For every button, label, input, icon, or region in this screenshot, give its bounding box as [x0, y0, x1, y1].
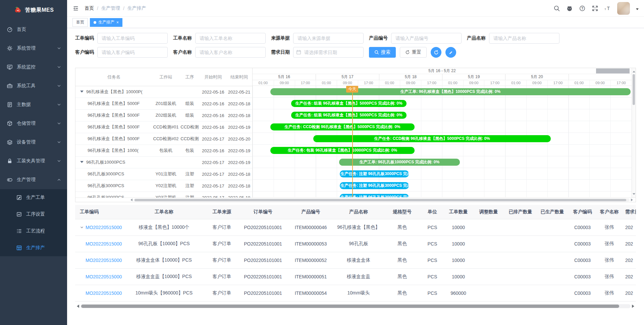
gantt-bar[interactable]: 生产任务: CCD检测 96孔移液盒【黑色】5000PCS 完成比例: 0%: [313, 135, 551, 142]
sidebar-item-系统管理[interactable]: 系统管理: [0, 39, 67, 58]
search-button[interactable]: 搜索: [369, 47, 396, 58]
scrollbar-track[interactable]: [134, 199, 630, 202]
scrollbar-thumb[interactable]: [81, 305, 619, 308]
hamburger-icon[interactable]: [72, 5, 79, 12]
refresh-circle-button[interactable]: [431, 47, 441, 58]
scrollbar-thumb[interactable]: [135, 199, 626, 201]
sidebar-item-生产工单[interactable]: 生产工单: [0, 189, 67, 206]
task-name: 96孔孔板3000PCS: [75, 183, 153, 189]
task-name: 96孔孔板3000PCS: [75, 195, 153, 198]
work-order-link[interactable]: MO202205150003: [86, 258, 122, 263]
scroll-up-arrow[interactable]: [633, 69, 635, 72]
task-name-label: 96孔移液盒【黑色】5000F: [88, 112, 140, 118]
gantt-bar[interactable]: 生产工单: 96孔孔板10000PCS 完成比例: 0%: [339, 159, 460, 166]
table-cell: 10000: [444, 268, 473, 285]
gantt-task-row[interactable]: 96孔孔板3000PCSY01注塑机注塑2022-05-172022-05-18: [75, 168, 252, 180]
scroll-left-arrow[interactable]: [75, 305, 79, 308]
chevron-up-icon: [57, 178, 61, 182]
table-row: MO202205150003移液盒盒体【10000】PCS客户订单PO20220…: [75, 252, 636, 268]
scroll-down-arrow[interactable]: [633, 193, 635, 196]
sidebar-item-设备管理[interactable]: 设备管理: [0, 133, 67, 152]
sidebar-item-生产排产[interactable]: 生产排产: [0, 239, 67, 256]
gantt-bar[interactable]: 生产工单: 96孔移液盒【黑色】10000PCS 完成比例: 0%: [270, 88, 631, 95]
collapse-caret-icon[interactable]: [80, 161, 84, 165]
gantt-task-row[interactable]: 96孔移液盒【黑色】5000FZ01组装机组装2022-05-162022-05…: [75, 98, 252, 110]
close-icon[interactable]: ×: [116, 20, 119, 24]
gantt-task-row[interactable]: 96孔移液盒【黑色】5000FCCD检测#02CCD检测2022-05-1720…: [75, 133, 252, 145]
sidebar-item-主数据[interactable]: 主数据: [0, 95, 67, 114]
客户编码-input[interactable]: [97, 47, 168, 58]
gantt-bar[interactable]: 生产任务: 包装 96孔移液盒【黑色】10000PCS 完成比例: 0%: [270, 147, 414, 154]
edit-circle-button[interactable]: [445, 47, 456, 58]
work-order-link[interactable]: MO202205150004: [86, 274, 122, 279]
gantt-task-row[interactable]: 96孔移液盒【黑色】5000FZ02组装机组装2022-05-162022-05…: [75, 110, 252, 121]
tab-首页[interactable]: 首页: [72, 18, 88, 27]
sidebar-item-系统工具[interactable]: 系统工具: [0, 76, 67, 95]
来源单据-input[interactable]: [293, 33, 364, 44]
sidebar-item-工装夹具管理[interactable]: 工装夹具管理: [0, 152, 67, 170]
work-order-link[interactable]: MO202205150001: [86, 225, 122, 230]
table-cell: 10000: [444, 235, 473, 252]
chevron-down-icon[interactable]: [636, 8, 639, 11]
work-order-link[interactable]: MO202205150005: [86, 290, 122, 296]
工单名称-input[interactable]: [195, 33, 266, 44]
breadcrumb-home[interactable]: 首页: [85, 5, 94, 11]
github-icon[interactable]: [566, 5, 573, 12]
gantt-table-rows: 96孔移液盒【黑色】10000P(2022-05-162022-05-2196孔…: [75, 86, 252, 198]
gantt-task-row[interactable]: 96孔移液盒【黑色】10000P(2022-05-162022-05-21: [75, 86, 252, 98]
scrollbar-thumb[interactable]: [633, 74, 635, 105]
gantt-chart-row: 生产任务: 包装 96孔移液盒【黑色】10000PCS 完成比例: 0%: [253, 145, 632, 156]
gantt-task-row[interactable]: 96孔孔板3000PCSY03注塑机注塑2022-05-172022-05-18: [75, 192, 252, 198]
sidebar-item-仓储管理[interactable]: 仓储管理: [0, 114, 67, 133]
scroll-right-arrow[interactable]: [632, 305, 636, 308]
timeline-slider[interactable]: [596, 68, 630, 73]
sidebar-item-label: 系统管理: [17, 45, 57, 51]
gantt-task-row[interactable]: 96孔孔板10000PCS2022-05-172022-05-19: [75, 157, 252, 168]
gantt-bar[interactable]: 生产任务: CCD检测 96孔移液盒【黑色】5000PCS 完成比例: 0%: [270, 123, 414, 130]
gantt-task-row[interactable]: 96孔移液盒【黑色】5000FCCD检测#01CCD检测2022-05-1620…: [75, 121, 252, 133]
avatar[interactable]: [617, 2, 630, 15]
table-cell: MO202205150005: [75, 285, 122, 301]
timeline-days-row: 5月 165月 175月 185月 195月 20: [253, 74, 632, 80]
sidebar-item-label: 工艺流程: [26, 228, 61, 234]
collapse-caret-icon[interactable]: [80, 91, 84, 94]
table-cell: 客户订单: [206, 285, 238, 301]
gantt-vertical-scrollbar[interactable]: [632, 68, 636, 198]
gantt-task-row[interactable]: 96孔移液盒【黑色】1000(包装机包装2022-05-162022-05-19: [75, 145, 252, 157]
sidebar-item-工序设置[interactable]: 工序设置: [0, 206, 67, 223]
table-cell: PO202205101001: [238, 285, 288, 301]
gantt-bar[interactable]: 生产任务: 注塑 96孔孔板3000PCS 完成比例: 0%: [340, 170, 409, 177]
search-icon[interactable]: [553, 5, 560, 12]
table-cell: [504, 235, 536, 252]
sidebar-item-系统监控[interactable]: 系统监控: [0, 58, 67, 76]
产品编号-input[interactable]: [391, 33, 462, 44]
chevron-down-icon[interactable]: [80, 225, 84, 229]
gantt-horizontal-scrollbar[interactable]: [75, 198, 636, 202]
table-horizontal-scrollbar[interactable]: [75, 304, 636, 309]
day-label: 5月 16: [253, 74, 316, 80]
work-order-link[interactable]: MO202205150002: [86, 241, 122, 247]
gantt-bar[interactable]: 生产任务: 组装 96孔移液盒【黑色】5000PCS 完成比例: 0%: [291, 100, 407, 107]
hour-label: 01:00: [442, 80, 463, 86]
sidebar-item-首页[interactable]: 首页: [0, 20, 67, 39]
scroll-right-arrow[interactable]: [631, 199, 634, 201]
工单编码-input[interactable]: [97, 33, 168, 44]
scrollbar-track[interactable]: [80, 304, 631, 308]
gantt-task-row[interactable]: 96孔孔板3000PCSY02注塑机注塑2022-05-172022-05-18: [75, 180, 252, 192]
tab-生产排产[interactable]: 生产排产×: [90, 18, 122, 27]
客户名称-input[interactable]: [195, 47, 266, 58]
fullscreen-icon[interactable]: [592, 5, 598, 12]
reset-button[interactable]: 重置: [400, 47, 427, 58]
gantt-bar[interactable]: 生产任务: 注塑 96孔孔板3000PCS 完成比例: 0%: [340, 194, 409, 197]
help-icon[interactable]: ?: [579, 5, 586, 12]
demand-date-input[interactable]: [293, 47, 364, 58]
产品名称-input[interactable]: [489, 33, 559, 44]
sidebar-item-生产管理[interactable]: 生产管理: [0, 170, 67, 189]
gantt-bar[interactable]: 生产任务: 注塑 96孔孔板3000PCS 完成比例: 0%: [340, 182, 409, 189]
table-cell: [473, 268, 504, 285]
font-size-icon[interactable]: т T: [604, 5, 611, 12]
sidebar-item-工艺流程[interactable]: 工艺流程: [0, 223, 67, 239]
gantt-bar[interactable]: 生产任务: 组装 96孔移液盒【黑色】5000PCS 完成比例: 0%: [291, 112, 407, 119]
scroll-left-arrow[interactable]: [129, 199, 132, 201]
breadcrumb-production-management[interactable]: 生产管理: [101, 5, 120, 11]
